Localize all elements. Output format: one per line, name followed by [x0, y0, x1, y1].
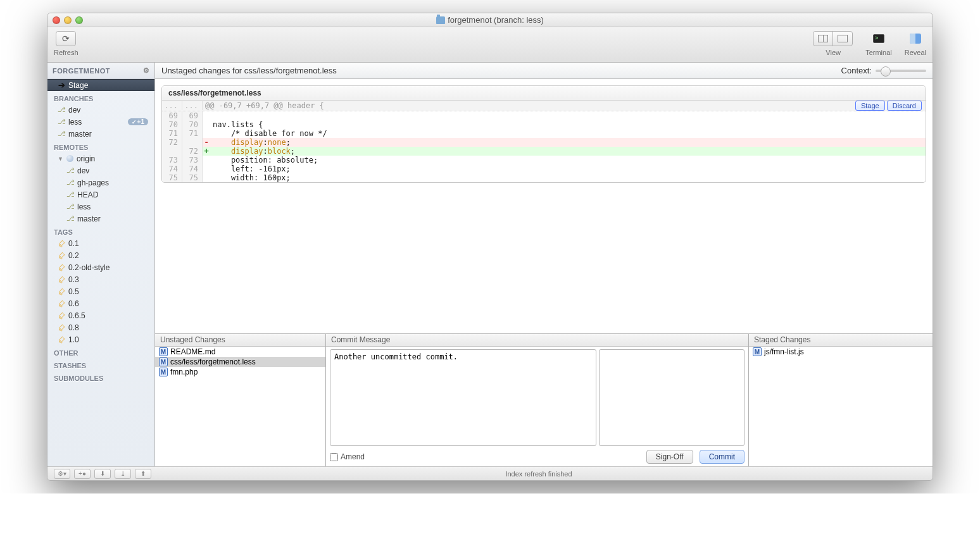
modified-icon: M [159, 368, 168, 376]
diff-line[interactable]: 7474 left: -161px; [162, 164, 926, 173]
tag-icon: 🏷 [56, 262, 67, 273]
disclosure-triangle-icon: ▼ [58, 156, 63, 162]
stage-icon: ➔ [58, 80, 65, 90]
commit-details-box [599, 349, 744, 446]
context-control: Context: [841, 66, 926, 75]
amend-checkbox[interactable]: Amend [330, 452, 365, 461]
stage-hunk-button[interactable]: Stage [855, 101, 885, 111]
tag-icon: 🏷 [56, 298, 67, 309]
branch-icon: ⎇ [58, 118, 65, 126]
unstaged-file-row[interactable]: Mfmn.php [155, 367, 325, 377]
submodules-heading: SUBMODULES [47, 371, 154, 383]
view-label: View [826, 49, 841, 56]
branch-icon: ⎇ [58, 106, 65, 114]
discard-hunk-button[interactable]: Discard [887, 101, 922, 111]
close-window-button[interactable] [53, 16, 60, 24]
commit-button[interactable]: Commit [700, 450, 744, 464]
view-split-button[interactable] [813, 31, 833, 46]
window-title: forgetmenot (branch: less) [47, 15, 933, 25]
unstaged-file-row[interactable]: Mcss/less/forgetmenot.less [155, 357, 325, 367]
diff-line[interactable]: 7373 position: absolute; [162, 156, 926, 164]
toolbar: ⟳ Refresh View Terminal Reveal [47, 27, 933, 63]
context-slider[interactable] [876, 70, 926, 72]
sidebar-branch-less[interactable]: ⎇less+1 [47, 116, 154, 128]
context-label: Context: [841, 66, 872, 75]
diff-file-name: css/less/forgetmenot.less [162, 86, 926, 101]
sidebar-stage[interactable]: ➔ Stage [47, 79, 154, 91]
sidebar-branch-master[interactable]: ⎇master [47, 128, 154, 140]
sidebar-tag-0.5[interactable]: 🏷0.5 [47, 285, 154, 297]
staged-panel: Staged Changes Mjs/fmn-list.js [749, 334, 933, 466]
sidebar-tag-1.0[interactable]: 🏷1.0 [47, 333, 154, 345]
sidebar-remote-branch-less[interactable]: ⎇less [47, 201, 154, 213]
sidebar-repo-header: FORGETMENOT [47, 63, 154, 79]
diff-line[interactable]: 7171 /* disable for now */ [162, 129, 926, 138]
diff-box: css/less/forgetmenot.less ...... @@ -69,… [161, 85, 926, 183]
footer-pull-button[interactable]: ⤓ [115, 469, 131, 479]
diff-line[interactable]: 6969 [162, 111, 926, 120]
remotes-heading: REMOTES [47, 140, 154, 152]
modified-icon: M [753, 347, 762, 356]
diff-line[interactable]: 72+ display:block; [162, 147, 926, 156]
tag-icon: 🏷 [56, 238, 67, 249]
unstaged-file-row[interactable]: MREADME.md [155, 347, 325, 357]
sidebar-tag-0.6[interactable]: 🏷0.6 [47, 297, 154, 309]
zoom-window-button[interactable] [75, 16, 83, 24]
footer-fetch-button[interactable]: ⬇ [94, 469, 111, 479]
signoff-button[interactable]: Sign-Off [646, 450, 693, 464]
unstaged-heading: Unstaged Changes [155, 334, 325, 347]
branch-icon: ⎇ [66, 202, 74, 211]
diff-hunk-header: ...... @@ -69,7 +69,7 @@ header { Stage … [162, 101, 926, 111]
terminal-button[interactable] [869, 31, 889, 46]
unstaged-panel: Unstaged Changes MREADME.mdMcss/less/for… [155, 334, 326, 466]
view-full-button[interactable] [832, 31, 853, 46]
branch-icon: ⎇ [66, 166, 74, 175]
footer-action-button[interactable]: ⚙▾ [54, 469, 70, 479]
sidebar-tag-0.1[interactable]: 🏷0.1 [47, 237, 154, 249]
commit-panel: Commit Message Amend Sign-Off [326, 334, 749, 466]
status-text: Index refresh finished [505, 470, 572, 478]
sidebar-remote-branch-gh-pages[interactable]: ⎇gh-pages [47, 177, 154, 189]
sidebar-remote-branch-HEAD[interactable]: ⎇HEAD [47, 189, 154, 201]
diff-line[interactable]: 7575 width: 160px; [162, 173, 926, 182]
sidebar-tag-0.2-old-style[interactable]: 🏷0.2-old-style [47, 261, 154, 273]
finder-icon [910, 34, 921, 44]
diff-line[interactable]: 72- display:none; [162, 138, 926, 147]
tag-icon: 🏷 [56, 286, 67, 297]
reveal-label: Reveal [905, 49, 926, 56]
traffic-lights [53, 16, 83, 24]
diff-line[interactable]: 7070 nav.lists { [162, 120, 926, 129]
sidebar-tag-0.3[interactable]: 🏷0.3 [47, 273, 154, 285]
staged-file-row[interactable]: Mjs/fmn-list.js [749, 347, 933, 357]
tag-icon: 🏷 [56, 274, 67, 285]
sidebar-branch-dev[interactable]: ⎇dev [47, 104, 154, 116]
sidebar-tag-0.6.5[interactable]: 🏷0.6.5 [47, 309, 154, 321]
modified-icon: M [159, 357, 168, 366]
status-bar: ⚙▾ +● ⬇ ⤓ ⬆ Index refresh finished [47, 466, 933, 480]
branches-heading: BRANCHES [47, 91, 154, 104]
sidebar-remote-branch-dev[interactable]: ⎇dev [47, 164, 154, 177]
staged-heading: Staged Changes [749, 334, 933, 347]
sidebar-remote-branch-master[interactable]: ⎇master [47, 213, 154, 225]
file-header-bar: Unstaged changes for css/less/forgetmeno… [155, 63, 933, 79]
file-header-text: Unstaged changes for css/less/forgetmeno… [161, 66, 337, 75]
branch-icon: ⎇ [58, 130, 65, 138]
branch-icon: ⎇ [66, 214, 74, 223]
terminal-icon [873, 34, 884, 43]
reveal-button[interactable] [905, 31, 926, 46]
sidebar-tag-0.2[interactable]: 🏷0.2 [47, 249, 154, 261]
sidebar-remote-origin[interactable]: ▼ origin [47, 152, 154, 164]
commit-message-input[interactable] [330, 349, 596, 446]
refresh-button[interactable]: ⟳ [56, 31, 76, 46]
view-segment [814, 31, 853, 46]
gear-icon[interactable] [143, 66, 150, 75]
folder-icon [436, 16, 445, 24]
branch-icon: ⎇ [66, 190, 74, 199]
staged-list: Mjs/fmn-list.js [749, 347, 933, 466]
footer-add-remote-button[interactable]: +● [74, 469, 91, 479]
remote-icon [66, 155, 73, 162]
sidebar-tag-0.8[interactable]: 🏷0.8 [47, 321, 154, 333]
footer-push-button[interactable]: ⬆ [135, 469, 151, 479]
minimize-window-button[interactable] [64, 16, 72, 24]
tag-icon: 🏷 [56, 250, 67, 261]
